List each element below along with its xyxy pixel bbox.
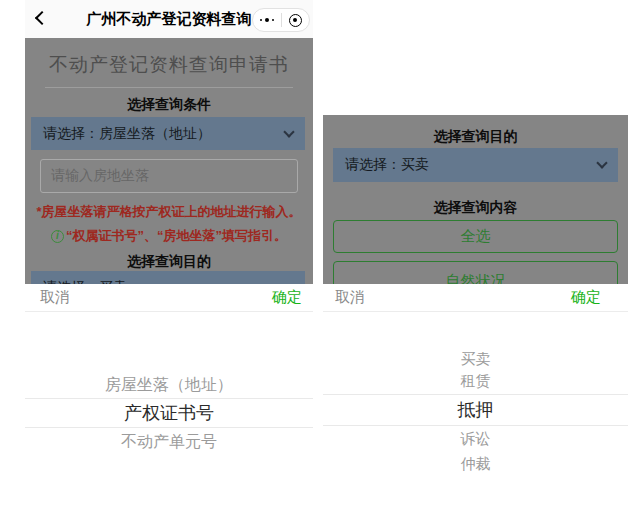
natural-status-button[interactable]: 自然状况 [333, 261, 618, 284]
purpose-select[interactable]: 请选择：买卖 [333, 148, 618, 182]
picker-option[interactable]: 租赁 [323, 367, 628, 395]
address-input[interactable]: 请输入房地坐落 [40, 159, 298, 193]
address-warning-note: *房屋坐落请严格按产权证上的地址进行输入。 [25, 203, 313, 221]
nav-bar: 广州不动产登记资料查询 [25, 0, 313, 38]
minimize-button[interactable] [282, 9, 310, 31]
picker-header: 取消 确定 [323, 284, 628, 312]
confirm-button[interactable]: 确定 [571, 288, 601, 307]
fill-guide-text: “权属证书号”、“房地坐落”填写指引。 [66, 227, 287, 245]
picker-option[interactable]: 房屋坐落（地址） [25, 371, 313, 399]
picker-option[interactable]: 不动产单元号 [25, 428, 313, 456]
more-icon [260, 19, 262, 21]
form-title: 不动产登记资料查询申请书 [25, 38, 313, 78]
left-screen: 广州不动产登记资料查询 不动产登记资料查询申请书 选择查询条件 请选择：房屋坐落… [25, 0, 313, 505]
wechat-capsule [252, 8, 310, 32]
section-heading-condition: 选择查询条件 [25, 94, 313, 114]
confirm-button[interactable]: 确定 [272, 288, 302, 307]
condition-select-value: 请选择：房屋坐落（地址） [43, 125, 211, 143]
target-icon [289, 14, 302, 27]
purpose-select-clipped: 请选择：买卖 [31, 271, 305, 284]
picker-option-selected[interactable]: 抵押 [323, 394, 628, 426]
info-icon: i [51, 230, 64, 243]
picker-header: 取消 确定 [25, 284, 313, 312]
chevron-down-icon [596, 157, 607, 168]
select-all-button[interactable]: 全选 [333, 220, 618, 253]
picker-option-selected[interactable]: 产权证书号 [25, 398, 313, 428]
condition-select[interactable]: 请选择：房屋坐落（地址） [31, 117, 305, 150]
picker-option[interactable]: 仲裁 [323, 450, 628, 478]
chevron-down-icon [283, 126, 294, 137]
more-menu-button[interactable] [253, 9, 281, 31]
section-heading-purpose: 选择查询目的 [323, 121, 628, 146]
cancel-button[interactable]: 取消 [335, 288, 365, 307]
address-input-placeholder: 请输入房地坐落 [51, 167, 149, 185]
condition-picker: 取消 确定 房屋坐落（地址） 产权证书号 不动产单元号 [25, 284, 313, 505]
purpose-picker: 取消 确定 买卖 租赁 抵押 诉讼 仲裁 [323, 284, 628, 505]
dimmed-form-area: 不动产登记资料查询申请书 选择查询条件 请选择：房屋坐落（地址） 请输入房地坐落… [25, 38, 313, 284]
purpose-select-value: 请选择：买卖 [345, 156, 429, 174]
right-screen: 选择查询目的 请选择：买卖 选择查询内容 全选 自然状况 取消 确定 买卖 租赁… [323, 115, 628, 505]
dimmed-form-area: 选择查询目的 请选择：买卖 选择查询内容 全选 自然状况 [323, 115, 628, 284]
purpose-select[interactable]: 请选择：买卖 [31, 271, 305, 284]
fill-guide-link[interactable]: i “权属证书号”、“房地坐落”填写指引。 [25, 227, 313, 245]
title-underline [45, 87, 293, 88]
section-heading-content: 选择查询内容 [323, 192, 628, 217]
section-heading-purpose: 选择查询目的 [25, 251, 313, 271]
cancel-button[interactable]: 取消 [40, 288, 70, 307]
picker-option[interactable]: 诉讼 [323, 425, 628, 453]
